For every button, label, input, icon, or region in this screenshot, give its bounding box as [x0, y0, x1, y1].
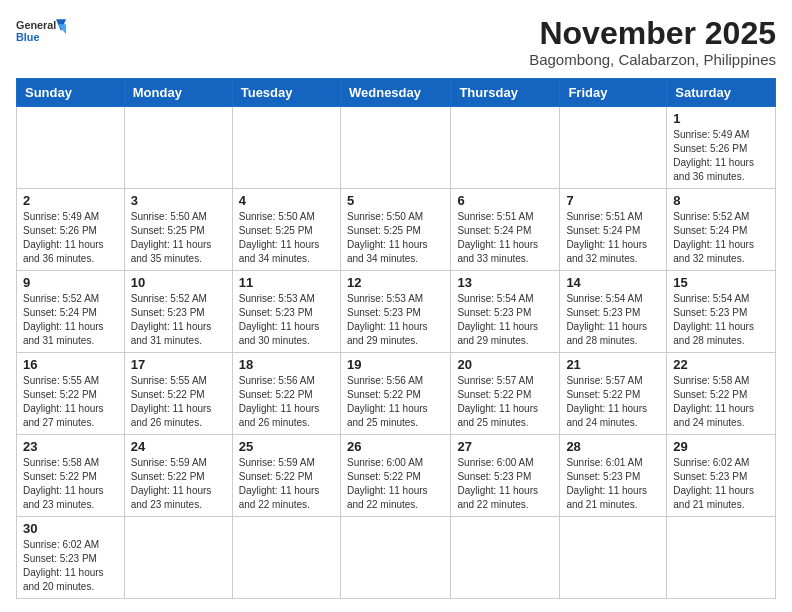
day-info: Sunrise: 5:56 AM Sunset: 5:22 PM Dayligh…	[347, 374, 444, 430]
location-subtitle: Bagombong, Calabarzon, Philippines	[529, 51, 776, 68]
day-info: Sunrise: 6:00 AM Sunset: 5:22 PM Dayligh…	[347, 456, 444, 512]
day-info: Sunrise: 5:54 AM Sunset: 5:23 PM Dayligh…	[673, 292, 769, 348]
day-number: 30	[23, 521, 118, 536]
logo-svg: General Blue	[16, 16, 66, 46]
day-info: Sunrise: 5:52 AM Sunset: 5:24 PM Dayligh…	[23, 292, 118, 348]
day-info: Sunrise: 6:00 AM Sunset: 5:23 PM Dayligh…	[457, 456, 553, 512]
day-info: Sunrise: 5:52 AM Sunset: 5:24 PM Dayligh…	[673, 210, 769, 266]
calendar-cell: 21Sunrise: 5:57 AM Sunset: 5:22 PM Dayli…	[560, 353, 667, 435]
day-number: 11	[239, 275, 334, 290]
calendar-cell: 29Sunrise: 6:02 AM Sunset: 5:23 PM Dayli…	[667, 435, 776, 517]
month-title: November 2025	[529, 16, 776, 51]
week-row-3: 9Sunrise: 5:52 AM Sunset: 5:24 PM Daylig…	[17, 271, 776, 353]
calendar-cell: 6Sunrise: 5:51 AM Sunset: 5:24 PM Daylig…	[451, 189, 560, 271]
calendar-cell: 5Sunrise: 5:50 AM Sunset: 5:25 PM Daylig…	[340, 189, 450, 271]
calendar-cell: 13Sunrise: 5:54 AM Sunset: 5:23 PM Dayli…	[451, 271, 560, 353]
day-info: Sunrise: 5:54 AM Sunset: 5:23 PM Dayligh…	[457, 292, 553, 348]
day-number: 18	[239, 357, 334, 372]
svg-marker-3	[58, 24, 66, 34]
day-info: Sunrise: 5:50 AM Sunset: 5:25 PM Dayligh…	[239, 210, 334, 266]
header-day-monday: Monday	[124, 79, 232, 107]
day-number: 15	[673, 275, 769, 290]
day-info: Sunrise: 5:54 AM Sunset: 5:23 PM Dayligh…	[566, 292, 660, 348]
calendar-cell: 20Sunrise: 5:57 AM Sunset: 5:22 PM Dayli…	[451, 353, 560, 435]
logo: General Blue	[16, 16, 66, 48]
calendar-cell: 19Sunrise: 5:56 AM Sunset: 5:22 PM Dayli…	[340, 353, 450, 435]
day-info: Sunrise: 5:56 AM Sunset: 5:22 PM Dayligh…	[239, 374, 334, 430]
calendar-cell: 27Sunrise: 6:00 AM Sunset: 5:23 PM Dayli…	[451, 435, 560, 517]
calendar-cell: 3Sunrise: 5:50 AM Sunset: 5:25 PM Daylig…	[124, 189, 232, 271]
calendar-cell	[232, 517, 340, 599]
header-day-tuesday: Tuesday	[232, 79, 340, 107]
day-info: Sunrise: 5:55 AM Sunset: 5:22 PM Dayligh…	[131, 374, 226, 430]
calendar-cell: 23Sunrise: 5:58 AM Sunset: 5:22 PM Dayli…	[17, 435, 125, 517]
header-day-sunday: Sunday	[17, 79, 125, 107]
day-info: Sunrise: 5:55 AM Sunset: 5:22 PM Dayligh…	[23, 374, 118, 430]
week-row-2: 2Sunrise: 5:49 AM Sunset: 5:26 PM Daylig…	[17, 189, 776, 271]
day-number: 9	[23, 275, 118, 290]
day-number: 20	[457, 357, 553, 372]
day-number: 13	[457, 275, 553, 290]
day-info: Sunrise: 5:58 AM Sunset: 5:22 PM Dayligh…	[23, 456, 118, 512]
title-area: November 2025 Bagombong, Calabarzon, Phi…	[529, 16, 776, 68]
day-info: Sunrise: 5:57 AM Sunset: 5:22 PM Dayligh…	[457, 374, 553, 430]
svg-text:General: General	[16, 19, 56, 31]
day-number: 22	[673, 357, 769, 372]
day-number: 7	[566, 193, 660, 208]
day-number: 12	[347, 275, 444, 290]
day-number: 1	[673, 111, 769, 126]
header: General Blue November 2025 Bagombong, Ca…	[16, 16, 776, 68]
week-row-5: 23Sunrise: 5:58 AM Sunset: 5:22 PM Dayli…	[17, 435, 776, 517]
day-info: Sunrise: 5:50 AM Sunset: 5:25 PM Dayligh…	[131, 210, 226, 266]
day-info: Sunrise: 5:50 AM Sunset: 5:25 PM Dayligh…	[347, 210, 444, 266]
day-number: 25	[239, 439, 334, 454]
calendar-cell: 24Sunrise: 5:59 AM Sunset: 5:22 PM Dayli…	[124, 435, 232, 517]
calendar-cell	[124, 517, 232, 599]
header-day-saturday: Saturday	[667, 79, 776, 107]
day-number: 2	[23, 193, 118, 208]
day-info: Sunrise: 5:53 AM Sunset: 5:23 PM Dayligh…	[239, 292, 334, 348]
calendar-table: SundayMondayTuesdayWednesdayThursdayFrid…	[16, 78, 776, 599]
day-info: Sunrise: 5:57 AM Sunset: 5:22 PM Dayligh…	[566, 374, 660, 430]
calendar-cell: 30Sunrise: 6:02 AM Sunset: 5:23 PM Dayli…	[17, 517, 125, 599]
day-info: Sunrise: 5:53 AM Sunset: 5:23 PM Dayligh…	[347, 292, 444, 348]
day-info: Sunrise: 5:49 AM Sunset: 5:26 PM Dayligh…	[673, 128, 769, 184]
calendar-cell	[451, 517, 560, 599]
day-number: 27	[457, 439, 553, 454]
day-number: 4	[239, 193, 334, 208]
day-number: 6	[457, 193, 553, 208]
calendar-cell: 7Sunrise: 5:51 AM Sunset: 5:24 PM Daylig…	[560, 189, 667, 271]
header-day-thursday: Thursday	[451, 79, 560, 107]
day-number: 29	[673, 439, 769, 454]
day-number: 21	[566, 357, 660, 372]
calendar-cell: 10Sunrise: 5:52 AM Sunset: 5:23 PM Dayli…	[124, 271, 232, 353]
day-number: 28	[566, 439, 660, 454]
calendar-cell: 9Sunrise: 5:52 AM Sunset: 5:24 PM Daylig…	[17, 271, 125, 353]
week-row-4: 16Sunrise: 5:55 AM Sunset: 5:22 PM Dayli…	[17, 353, 776, 435]
day-info: Sunrise: 5:59 AM Sunset: 5:22 PM Dayligh…	[131, 456, 226, 512]
calendar-cell: 22Sunrise: 5:58 AM Sunset: 5:22 PM Dayli…	[667, 353, 776, 435]
day-info: Sunrise: 6:01 AM Sunset: 5:23 PM Dayligh…	[566, 456, 660, 512]
day-number: 23	[23, 439, 118, 454]
calendar-cell	[340, 517, 450, 599]
day-number: 8	[673, 193, 769, 208]
calendar-cell	[667, 517, 776, 599]
day-info: Sunrise: 5:52 AM Sunset: 5:23 PM Dayligh…	[131, 292, 226, 348]
day-info: Sunrise: 5:51 AM Sunset: 5:24 PM Dayligh…	[457, 210, 553, 266]
calendar-cell: 26Sunrise: 6:00 AM Sunset: 5:22 PM Dayli…	[340, 435, 450, 517]
week-row-6: 30Sunrise: 6:02 AM Sunset: 5:23 PM Dayli…	[17, 517, 776, 599]
calendar-cell: 28Sunrise: 6:01 AM Sunset: 5:23 PM Dayli…	[560, 435, 667, 517]
header-row: SundayMondayTuesdayWednesdayThursdayFrid…	[17, 79, 776, 107]
calendar-cell: 25Sunrise: 5:59 AM Sunset: 5:22 PM Dayli…	[232, 435, 340, 517]
day-info: Sunrise: 5:58 AM Sunset: 5:22 PM Dayligh…	[673, 374, 769, 430]
day-number: 26	[347, 439, 444, 454]
calendar-cell: 11Sunrise: 5:53 AM Sunset: 5:23 PM Dayli…	[232, 271, 340, 353]
day-number: 17	[131, 357, 226, 372]
calendar-cell: 18Sunrise: 5:56 AM Sunset: 5:22 PM Dayli…	[232, 353, 340, 435]
day-number: 5	[347, 193, 444, 208]
calendar-cell: 1Sunrise: 5:49 AM Sunset: 5:26 PM Daylig…	[667, 107, 776, 189]
calendar-cell: 17Sunrise: 5:55 AM Sunset: 5:22 PM Dayli…	[124, 353, 232, 435]
day-info: Sunrise: 6:02 AM Sunset: 5:23 PM Dayligh…	[673, 456, 769, 512]
day-number: 24	[131, 439, 226, 454]
day-number: 3	[131, 193, 226, 208]
